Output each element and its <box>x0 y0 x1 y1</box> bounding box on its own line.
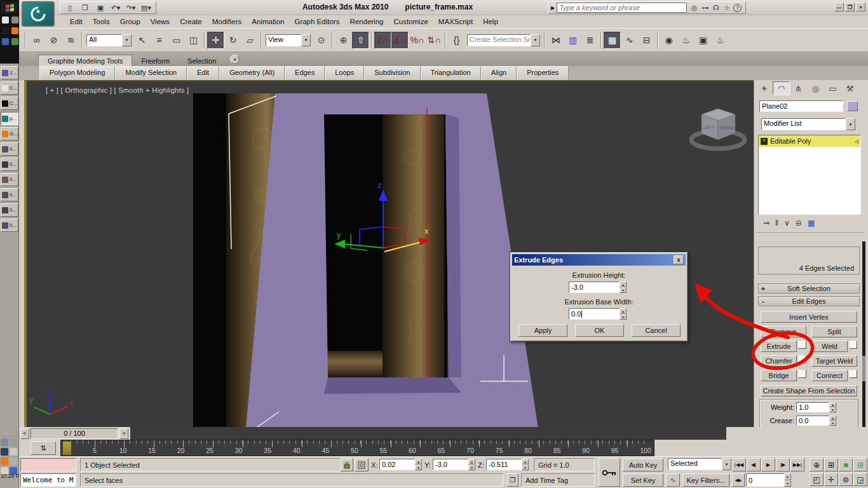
open-file-icon[interactable]: ❒ <box>78 3 92 13</box>
tab-motion-icon[interactable]: ◎ <box>807 81 824 95</box>
extrusion-base-width-spinner[interactable]: ▲▼ <box>620 308 627 320</box>
key-filter-scope-dropdown[interactable]: Selected▼ <box>668 458 731 470</box>
taskbar-button-0f[interactable]: 0... <box>1 219 18 232</box>
modifier-stack[interactable]: + Editable Poly ◃ <box>758 135 861 215</box>
menu-modifiers[interactable]: Modifiers <box>207 17 247 27</box>
object-color-swatch[interactable] <box>847 101 858 111</box>
new-file-icon[interactable]: ▯ <box>63 3 77 13</box>
x-spinner[interactable]: ▲▼ <box>415 459 422 470</box>
taskbar-button-0d[interactable]: 0... <box>1 188 18 201</box>
cancel-button[interactable]: Cancel <box>632 324 681 337</box>
crease-input[interactable]: 0.0 <box>796 416 829 426</box>
search-input[interactable] <box>557 3 687 13</box>
rollout-edit-edges[interactable]: -Edit Edges <box>758 296 860 306</box>
weight-spinner[interactable]: ▲▼ <box>829 402 836 412</box>
absolute-offset-toggle[interactable] <box>355 458 369 471</box>
taskbar-button-c1[interactable]: C... <box>1 81 18 95</box>
time-slider-ruler[interactable]: 0510152025303540455055606570758085909510… <box>60 440 654 456</box>
weld-button[interactable]: Weld <box>811 341 848 352</box>
mirror-icon[interactable]: ⋈ <box>547 32 564 49</box>
menu-create[interactable]: Create <box>175 17 207 27</box>
material-editor-icon[interactable]: ◉ <box>660 32 677 49</box>
selection-region-icon[interactable]: ▭ <box>168 32 185 49</box>
tab-hierarchy-icon[interactable]: ⋔ <box>790 81 807 95</box>
select-and-scale-icon[interactable]: ▱ <box>241 32 259 49</box>
sign-in-key-icon[interactable]: ⊶ <box>700 3 710 13</box>
application-menu-button[interactable] <box>22 1 55 27</box>
start-button[interactable] <box>1 2 18 13</box>
menu-help[interactable]: Help <box>478 17 503 27</box>
taskbar-button-j[interactable]: J... <box>1 66 18 79</box>
key-mode-toggle[interactable]: ◀▶ <box>732 473 745 487</box>
tray-icon-4[interactable] <box>10 448 17 456</box>
ribbon-panel-polygon-modeling[interactable]: Polygon Modeling <box>39 66 115 80</box>
percent-snap-icon[interactable]: %∩ <box>409 32 426 49</box>
apply-button[interactable]: Apply <box>519 324 567 337</box>
select-and-manipulate-icon[interactable]: ⊕ <box>335 32 352 49</box>
taskbar-button-0b[interactable]: 0... <box>1 158 18 171</box>
weld-settings-button[interactable] <box>849 341 857 349</box>
align-icon[interactable]: ▥ <box>564 32 581 49</box>
viewcube-front-label[interactable]: FRONT <box>720 126 736 130</box>
named-selection-dropdown[interactable]: Create Selection Se▼ <box>467 34 540 46</box>
next-frame-button[interactable]: |▶ <box>776 458 790 471</box>
extrusion-height-spinner[interactable]: ▲▼ <box>620 281 627 293</box>
ok-button[interactable]: OK <box>575 324 624 337</box>
chevron-down-icon[interactable]: ▼ <box>122 34 132 46</box>
tray-icon-5[interactable] <box>1 458 8 465</box>
z-coordinate-input[interactable]: -0.511 <box>486 459 522 470</box>
configure-modifier-sets-icon[interactable]: ▦ <box>808 219 815 227</box>
pan-icon[interactable]: ✛ <box>824 473 838 486</box>
snap-toggle-icon[interactable]: 2∩ <box>374 32 391 49</box>
orbit-icon[interactable]: ⊚ <box>839 473 853 486</box>
desktop-icon-6[interactable] <box>11 38 18 45</box>
maximize-viewport-icon[interactable]: ◲ <box>853 473 867 486</box>
redo-icon[interactable]: ↷▾ <box>124 3 138 13</box>
selection-filter-dropdown[interactable]: All▼ <box>86 34 132 46</box>
set-key-button[interactable]: Set Key <box>623 473 663 487</box>
tab-display-icon[interactable]: ▭ <box>824 81 841 95</box>
undo-icon[interactable]: ↶▾ <box>109 3 123 13</box>
y-coordinate-input[interactable]: -3.0 <box>433 459 468 470</box>
menu-customize[interactable]: Customize <box>388 17 433 27</box>
display-toggle-icon[interactable]: ◃ <box>855 137 858 146</box>
taskbar-button-0c[interactable]: 0... <box>1 173 18 186</box>
zoom-extents-all-icon[interactable]: ⊞ <box>853 458 867 471</box>
menu-rendering[interactable]: Rendering <box>344 17 388 27</box>
viewcube-left-label[interactable]: LEFT <box>703 125 715 130</box>
infocenter-arrow-icon[interactable]: ▶ <box>551 5 555 11</box>
rollout-scrollbar[interactable] <box>862 241 865 456</box>
window-crossing-icon[interactable]: ◫ <box>185 32 202 49</box>
render-production-icon[interactable]: ♨ <box>712 32 729 49</box>
modifier-list-dropdown[interactable]: Modifier List▼ <box>761 118 855 130</box>
select-and-move-icon[interactable]: ✛ <box>207 32 224 49</box>
use-pivot-center-icon[interactable]: ⊙ <box>313 32 330 49</box>
toggle-set-key-mode-button[interactable] <box>599 458 620 487</box>
graphite-toggle-icon[interactable]: ▦ <box>604 32 621 49</box>
ribbon-panel-loops[interactable]: Loops <box>325 66 364 80</box>
show-end-result-icon[interactable]: ‖ <box>775 219 778 227</box>
ribbon-panel-properties[interactable]: Properties <box>517 66 569 80</box>
desktop-icon-3[interactable] <box>2 27 9 34</box>
tab-graphite-modeling-tools[interactable]: Graphite Modeling Tools <box>38 55 132 66</box>
chevron-down-icon[interactable]: ▼ <box>531 34 540 46</box>
create-shape-from-selection-button[interactable]: Create Shape From Selection <box>761 385 857 396</box>
ribbon-panel-edit[interactable]: Edit <box>187 66 219 80</box>
named-selection-sets-icon[interactable]: {} <box>448 32 465 49</box>
unlink-selection-icon[interactable]: ⊘ <box>45 32 62 49</box>
z-spinner[interactable]: ▲▼ <box>522 459 529 470</box>
chevron-down-icon[interactable]: ▼ <box>301 34 311 46</box>
key-filters-button[interactable]: Key Filters... <box>682 473 729 487</box>
taskbar-button-0a[interactable]: 0... <box>1 142 18 156</box>
weight-input[interactable]: 1.0 <box>796 402 829 412</box>
connect-settings-button[interactable] <box>849 370 857 378</box>
bind-to-space-warp-icon[interactable]: ≋ <box>62 32 79 49</box>
rollout-soft-selection[interactable]: +Soft Selection <box>758 283 860 294</box>
help-icon[interactable]: ? <box>732 3 743 13</box>
bridge-settings-button[interactable] <box>798 370 806 378</box>
tab-modify-icon[interactable]: ◠ <box>773 81 790 95</box>
desktop-icon-5[interactable] <box>2 38 9 45</box>
extrude-button[interactable]: Extrude <box>761 341 797 352</box>
remove-modifier-icon[interactable]: ⊖ <box>796 219 802 227</box>
pin-stack-icon[interactable]: ⊸ <box>763 219 770 227</box>
